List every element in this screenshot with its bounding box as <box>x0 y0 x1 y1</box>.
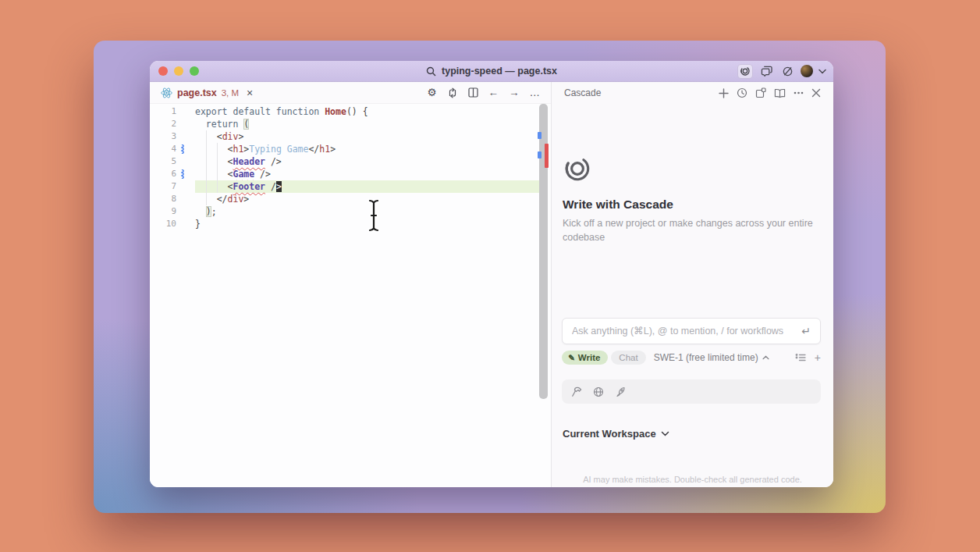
cascade-hero-subtitle: Kick off a new project or make changes a… <box>563 216 822 244</box>
close-panel-icon[interactable] <box>811 88 821 98</box>
forward-arrow-icon[interactable]: → <box>509 87 520 98</box>
code-text: } <box>195 218 541 230</box>
cascade-tools-bar <box>562 379 821 404</box>
history-clock-icon[interactable] <box>737 87 747 98</box>
close-window-button[interactable] <box>158 66 168 76</box>
cascade-input-box[interactable]: ↵ <box>562 318 821 344</box>
pencil-icon: ✎ <box>568 353 575 362</box>
code-line[interactable]: 7 <Footer /> <box>150 180 551 193</box>
gutter-spacer <box>176 155 195 168</box>
cascade-mode-row: ✎ Write Chat SWE-1 (free limited time) <box>562 349 821 366</box>
code-line[interactable]: 5 <Header /> <box>150 155 551 168</box>
line-number: 7 <box>150 180 176 193</box>
code-editor[interactable]: 1export default function Home() {2 retur… <box>150 104 551 487</box>
user-avatar[interactable] <box>801 65 813 77</box>
traffic-lights <box>158 61 199 81</box>
code-line[interactable]: 8 </div> <box>150 193 551 205</box>
code-line[interactable]: 3 <div> <box>150 130 551 143</box>
indent-guide <box>206 130 207 205</box>
cascade-header-actions <box>719 87 821 98</box>
code-text: <Footer /> <box>195 180 541 193</box>
line-number: 9 <box>150 205 176 218</box>
gutter-spacer <box>176 118 195 130</box>
more-actions-icon[interactable]: … <box>530 87 541 98</box>
ai-disclaimer: AI may make mistakes. Double-check all g… <box>552 475 833 484</box>
cascade-panel: Cascade <box>551 82 833 487</box>
editor-toolbar: ⚙ ← → <box>427 87 540 98</box>
mode-write-button[interactable]: ✎ Write <box>562 351 608 365</box>
settings-gear-icon[interactable]: ⚙ <box>427 87 436 98</box>
tab-filename: page.tsx <box>177 87 217 98</box>
account-chevron-down-icon[interactable] <box>818 69 826 74</box>
code-text: <Game /> <box>195 168 541 180</box>
more-ellipsis-icon[interactable] <box>794 91 804 94</box>
modified-gutter-mark <box>176 143 195 155</box>
code-text: <Header /> <box>195 155 541 168</box>
model-selector[interactable]: SWE-1 (free limited time) <box>654 352 769 363</box>
gutter-spacer <box>176 105 195 118</box>
task-list-icon[interactable] <box>795 353 806 362</box>
gutter-spacer <box>176 130 195 143</box>
framed-stage: typing-speed — page.tsx <box>94 41 886 513</box>
overview-modified-mark <box>538 132 541 139</box>
tools-hammer-icon[interactable] <box>571 386 582 397</box>
mode-chat-button[interactable]: Chat <box>611 351 645 365</box>
chat-bubble-icon[interactable] <box>758 64 774 79</box>
new-conversation-plus-icon[interactable] <box>719 88 729 98</box>
tab-bar: page.tsx 3, M × ⚙ <box>150 82 551 104</box>
cascade-hero-title: Write with Cascade <box>563 198 673 212</box>
app-window: typing-speed — page.tsx <box>150 61 833 487</box>
cascade-panel-header: Cascade <box>552 82 833 104</box>
line-number: 3 <box>150 130 176 143</box>
circle-slash-icon[interactable] <box>779 64 795 79</box>
source-control-compare-icon[interactable] <box>447 87 458 98</box>
overview-modified-mark <box>538 151 541 158</box>
code-text: <h1>Typing Game</h1> <box>195 143 541 155</box>
tab-page-tsx[interactable]: page.tsx 3, M × <box>161 87 253 98</box>
titlebar-actions <box>737 61 826 81</box>
current-workspace-label: Current Workspace <box>563 428 656 440</box>
zoom-window-button[interactable] <box>190 66 199 76</box>
return-key-icon[interactable]: ↵ <box>801 325 811 337</box>
current-workspace-selector[interactable]: Current Workspace <box>563 428 669 440</box>
code-line[interactable]: 6 <Game /> <box>150 168 551 180</box>
web-globe-icon[interactable] <box>593 386 604 397</box>
indent-guide <box>217 143 218 193</box>
cascade-panel-title: Cascade <box>564 87 601 98</box>
cascade-toggle-button[interactable] <box>737 64 753 79</box>
window-title: typing-speed — page.tsx <box>426 66 557 77</box>
code-text: <div> <box>195 130 541 143</box>
add-context-plus-icon[interactable]: + <box>815 352 821 363</box>
code-line[interactable]: 9 ); <box>150 205 551 218</box>
model-name: SWE-1 (free limited time) <box>654 352 758 363</box>
open-book-icon[interactable] <box>774 88 786 98</box>
window-title-text: typing-speed — page.tsx <box>442 66 557 77</box>
search-icon <box>426 66 436 77</box>
split-editor-icon[interactable] <box>468 87 478 98</box>
back-arrow-icon[interactable]: ← <box>488 87 499 98</box>
code-line[interactable]: 1export default function Home() { <box>150 105 551 118</box>
cascade-icon <box>740 66 751 77</box>
line-number: 8 <box>150 193 176 205</box>
windows-grid-icon[interactable] <box>755 87 766 98</box>
code-text: return ( <box>195 118 541 130</box>
rocket-icon[interactable] <box>615 386 626 397</box>
line-number: 2 <box>150 118 176 130</box>
code-line[interactable]: 2 return ( <box>150 118 551 130</box>
chevron-up-icon <box>762 355 769 360</box>
line-number: 1 <box>150 105 176 118</box>
minimize-window-button[interactable] <box>174 66 183 76</box>
gutter-spacer <box>176 218 195 230</box>
cascade-prompt-input[interactable] <box>572 326 801 337</box>
code-line[interactable]: 4 <h1>Typing Game</h1> <box>150 143 551 155</box>
code-line[interactable]: 10} <box>150 218 551 230</box>
titlebar: typing-speed — page.tsx <box>150 61 833 82</box>
window-body: page.tsx 3, M × ⚙ <box>150 82 833 487</box>
line-number: 5 <box>150 155 176 168</box>
tab-close-icon[interactable]: × <box>247 87 253 98</box>
chevron-down-icon <box>661 431 669 436</box>
overview-error-mark <box>545 144 549 168</box>
gutter-spacer <box>176 180 195 193</box>
tab-problems-badge: 3, M <box>222 88 239 98</box>
mode-chat-label: Chat <box>619 353 637 362</box>
